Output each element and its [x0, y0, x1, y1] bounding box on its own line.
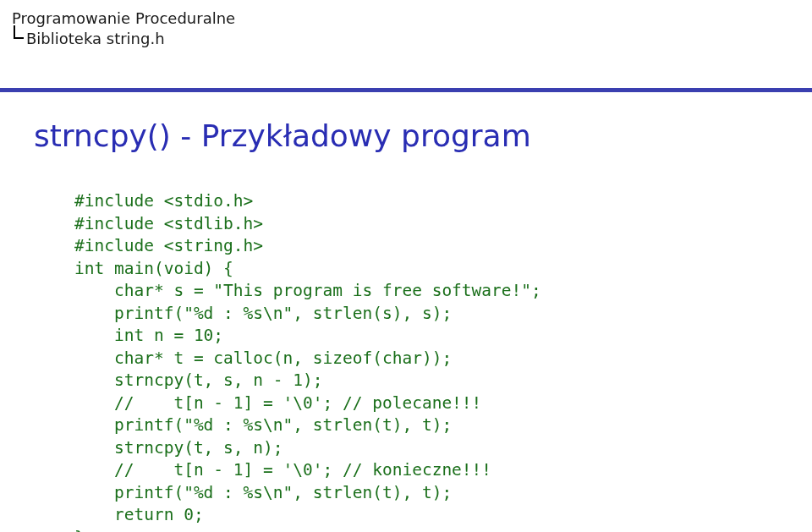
breadcrumb-line2-wrap: Biblioteka string.h [12, 29, 235, 49]
breadcrumb-line2: Biblioteka string.h [26, 29, 165, 49]
breadcrumb: Programowanie Proceduralne Biblioteka st… [12, 8, 235, 50]
code-block: #include <stdio.h> #include <stdlib.h> #… [74, 190, 541, 532]
slide: Programowanie Proceduralne Biblioteka st… [0, 0, 812, 532]
divider [0, 88, 812, 92]
breadcrumb-line1: Programowanie Proceduralne [12, 8, 235, 29]
angle-icon [12, 29, 24, 46]
page-title: strncpy() - Przykładowy program [34, 118, 531, 153]
